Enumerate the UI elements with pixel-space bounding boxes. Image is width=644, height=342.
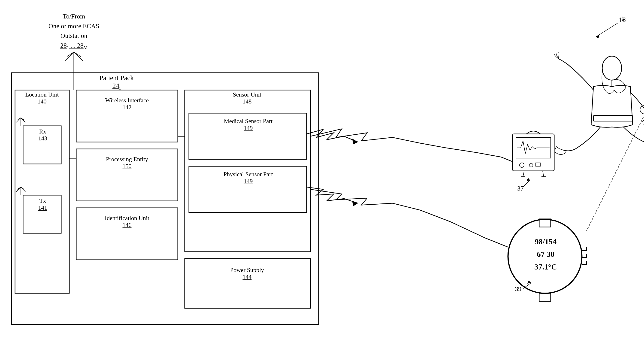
wireless-interface-label: Wireless Interface 142 (83, 97, 171, 111)
svg-line-60 (523, 283, 531, 289)
svg-marker-61 (527, 280, 531, 284)
svg-marker-35 (596, 35, 599, 38)
svg-line-1 (65, 52, 74, 61)
patient-pack-label: Patient Pack 24i (99, 74, 134, 91)
svg-line-12 (17, 118, 21, 120)
svg-rect-41 (516, 138, 551, 158)
identification-unit-label: Identification Unit 146 (78, 215, 176, 228)
svg-marker-51 (526, 178, 530, 181)
svg-marker-31 (352, 201, 358, 206)
svg-text:18: 18 (619, 16, 626, 23)
tx-label: Tx 141 (29, 198, 56, 211)
svg-point-36 (602, 56, 622, 80)
watch-display: 98/154 67 30 37.1°C (519, 236, 572, 273)
power-supply-label: Power Supply 144 (210, 267, 284, 280)
svg-rect-8 (15, 90, 69, 293)
physical-sensor-part-label: Physical Sensor Part 149 (192, 171, 305, 185)
svg-line-19 (21, 187, 24, 189)
svg-text:37: 37 (517, 185, 524, 192)
svg-rect-38 (594, 116, 633, 121)
svg-text:i: i (622, 15, 624, 21)
svg-point-42 (520, 163, 524, 168)
svg-text:39: 39 (515, 285, 522, 292)
svg-rect-56 (582, 254, 586, 258)
top-label: To/From One or more ECAS Outstation 281 … (48, 12, 99, 51)
svg-line-4 (74, 52, 81, 56)
svg-line-45 (523, 171, 524, 177)
svg-line-34 (596, 23, 618, 37)
svg-line-2 (74, 52, 83, 61)
svg-line-58 (586, 97, 644, 231)
svg-line-10 (16, 118, 21, 122)
svg-marker-30 (352, 138, 358, 144)
svg-point-43 (529, 163, 533, 167)
svg-rect-57 (582, 261, 586, 264)
sensor-unit-label: Sensor Unit 148 (210, 91, 284, 105)
svg-rect-40 (512, 134, 554, 171)
svg-line-11 (21, 118, 26, 122)
svg-line-13 (21, 118, 24, 120)
svg-line-46 (543, 171, 544, 177)
svg-line-17 (21, 187, 26, 192)
processing-entity-label: Processing Entity 150 (83, 156, 171, 170)
location-unit-label: Location Unit 140 (17, 91, 68, 105)
rx-label: Rx 143 (29, 128, 56, 142)
svg-line-50 (523, 180, 530, 187)
svg-line-3 (67, 52, 74, 56)
svg-rect-28 (185, 259, 310, 308)
svg-rect-54 (539, 293, 551, 301)
svg-line-18 (17, 187, 21, 189)
svg-rect-44 (536, 163, 540, 166)
svg-line-16 (16, 187, 21, 192)
svg-point-39 (640, 106, 644, 114)
svg-rect-55 (582, 247, 586, 250)
medical-sensor-part-label: Medical Sensor Part 149 (192, 118, 305, 132)
svg-rect-53 (539, 219, 551, 227)
